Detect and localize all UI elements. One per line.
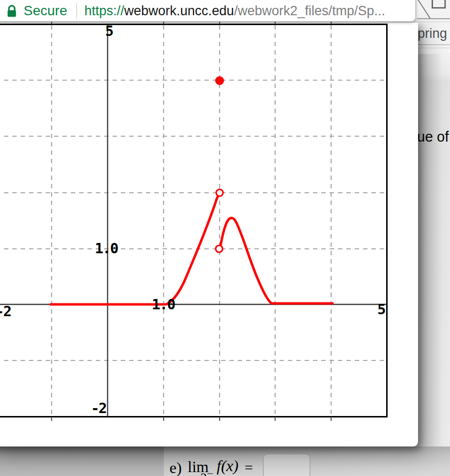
open-point-left-limit (216, 189, 223, 196)
function-expression: f(x) (217, 457, 238, 475)
curve-right-branch (221, 218, 333, 303)
limit-subscript-fragment: x→2− (181, 471, 214, 476)
x-axis-label-5: 5 (377, 302, 385, 317)
limit-subscript-base: x→2 (181, 471, 207, 476)
url-path: /webwork2_files/tmp/Sp... (234, 3, 385, 18)
url-scheme: https:// (84, 3, 124, 18)
table-border-line (417, 44, 450, 45)
background-page-right-fragment: pring ue of (417, 0, 450, 446)
equals-sign: = (245, 459, 253, 476)
y-axis-label-1: 1.0 (95, 241, 117, 256)
question-item-label: e) (169, 459, 182, 476)
graph-popup-window: 5 1.0 1.0 -2 5 -2 (0, 23, 418, 446)
table-border-line (417, 18, 450, 19)
x-axis-label-1: 1.0 (152, 298, 174, 312)
curve-left-branch (51, 196, 218, 304)
y-axis-label-5: 5 (105, 24, 112, 38)
answer-input[interactable] (263, 453, 310, 476)
function-graph-image (0, 24, 388, 417)
limit-subscript-minus: − (207, 467, 214, 476)
problem-text-fragment: ue of (417, 129, 449, 145)
diagonal-line-fragment (418, 0, 430, 19)
table-border-line (417, 22, 450, 22)
secure-label: Secure (24, 3, 67, 19)
open-point-right-limit (216, 245, 223, 252)
omnibox-divider (76, 3, 77, 19)
secure-lock-icon[interactable] (6, 4, 17, 18)
browser-address-bar[interactable]: Secure https://webwork.uncc.edu/webwork2… (0, 0, 416, 22)
closed-point-function-value (216, 77, 224, 85)
background-page-bottom-fragment: e) lim x→2− f(x) = (0, 446, 450, 476)
square-icon-fragment (432, 0, 445, 8)
url-text[interactable]: https://webwork.uncc.edu/webwork2_files/… (84, 3, 385, 19)
screenshot-root: { "browser": { "security_label": "Secure… (0, 0, 450, 476)
gridlines (0, 25, 386, 416)
table-border-line (417, 48, 450, 48)
page-header-text-fragment: pring (418, 26, 447, 41)
x-axis-label-neg2: -2 (0, 304, 11, 319)
plot-canvas (0, 25, 386, 416)
y-axis-label-neg2: -2 (91, 401, 106, 416)
url-host: webwork.uncc.edu (124, 3, 234, 18)
